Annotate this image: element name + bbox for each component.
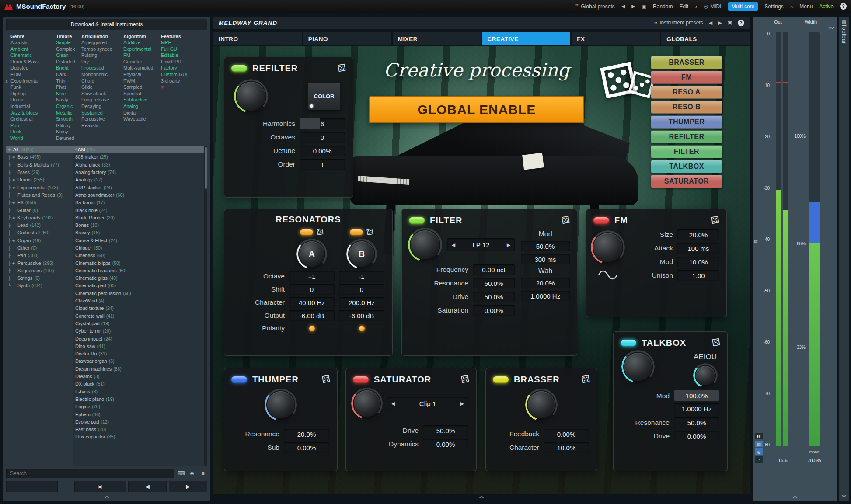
param-value[interactable]: 0.00%	[423, 439, 468, 449]
category-item[interactable]: All (3825)	[6, 146, 73, 153]
preset-folder-item[interactable]: Chipper (30)	[73, 244, 204, 251]
filter-tag[interactable]: Wavetable	[123, 116, 161, 122]
resonator-b-enable-led[interactable]	[350, 229, 363, 235]
sine-wave-icon[interactable]	[598, 270, 618, 280]
random-preset-button[interactable]	[74, 481, 126, 492]
filter-tag[interactable]: Metallic	[56, 110, 81, 116]
filter-tag[interactable]: Experimental	[123, 46, 161, 52]
tab[interactable]: FX	[572, 32, 660, 45]
category-item[interactable]: Experimental (173)	[6, 184, 73, 191]
talkbox-randomize-dice-icon[interactable]	[711, 337, 721, 349]
preset-folder-item[interactable]: Cyber terror (20)	[73, 327, 204, 335]
resonator-a-knob[interactable]: A	[299, 241, 324, 267]
main-resize-handle[interactable]	[213, 494, 750, 501]
preset-folder-item[interactable]: Ephem (46)	[73, 410, 204, 418]
filter-tag[interactable]: Glide	[81, 84, 123, 90]
filter-tag[interactable]: Digital	[123, 110, 161, 116]
resonator-b-value[interactable]: -1	[339, 271, 384, 282]
preset-folder-item[interactable]: Cinematic blipps (50)	[73, 259, 204, 267]
filter-tag[interactable]: Full GUI	[161, 46, 190, 52]
param-value[interactable]: 50.0%	[473, 278, 515, 288]
tab[interactable]: INTRO	[213, 32, 302, 45]
preset-folder-item[interactable]: Brassy (18)	[73, 229, 204, 236]
aeiou-knob[interactable]	[696, 366, 715, 385]
category-item[interactable]: Synth (634)	[6, 282, 73, 289]
browser-next-button[interactable]	[169, 481, 207, 492]
preset-folder-item[interactable]: Electric piano (19)	[73, 395, 204, 403]
filter-tag[interactable]: Pop	[10, 122, 56, 129]
param-value[interactable]: 0.00%	[544, 429, 589, 439]
filter-tag[interactable]: Low CPU	[161, 59, 190, 65]
filter-tag[interactable]: Sampled	[123, 84, 161, 90]
filter-type-selector[interactable]: LP 12	[447, 238, 515, 251]
filter-knob[interactable]	[411, 230, 439, 259]
filter-tag[interactable]: Glitchy	[56, 122, 81, 129]
tab[interactable]: GLOBALS	[661, 32, 750, 45]
resonator-a-value[interactable]: 0	[289, 284, 335, 295]
filter-tag[interactable]: Pulsing	[81, 52, 123, 59]
thumper-enable-led[interactable]	[231, 376, 247, 383]
filter-tag[interactable]: Acoustic	[10, 39, 56, 46]
module-button[interactable]: REFILTER	[651, 130, 722, 143]
preset-folder-item[interactable]: 808 maker (25)	[73, 153, 204, 161]
preset-folder-item[interactable]: Bones (10)	[73, 221, 204, 229]
expand-icon[interactable]	[12, 177, 17, 182]
param-value[interactable]: 100 ms	[677, 243, 719, 254]
filter-tag[interactable]: Thin	[56, 78, 81, 84]
module-button[interactable]: BRASSER	[651, 56, 722, 69]
expand-icon[interactable]	[12, 155, 17, 159]
tab[interactable]: PIANO	[303, 32, 391, 45]
resonator-a-value[interactable]: -6.00 dB	[289, 310, 335, 321]
list-view-icon[interactable]	[199, 470, 207, 476]
filter-mod-depth[interactable]: 50.0%	[521, 241, 570, 251]
toolbar-label[interactable]: Toolbar	[841, 24, 847, 494]
filter-tag[interactable]: Dark	[56, 71, 81, 78]
param-value[interactable]: 0	[300, 132, 345, 143]
expand-icon[interactable]	[8, 147, 13, 152]
filter-tag[interactable]: Chord	[81, 78, 123, 84]
preset-folder-item[interactable]: Concrete wall (41)	[73, 312, 204, 320]
edit-button[interactable]: Edit	[679, 3, 688, 10]
module-button[interactable]: FILTER	[651, 145, 722, 158]
filter-tag[interactable]: Tempo synced	[81, 46, 123, 52]
preset-folder-item[interactable]: Cause & Effect (24)	[73, 236, 204, 244]
category-item[interactable]: FX (650)	[6, 199, 73, 206]
random-button[interactable]: Random	[653, 3, 673, 10]
category-item[interactable]: Organ (48)	[6, 236, 73, 244]
instrument-snapshot-icon[interactable]	[728, 20, 732, 26]
param-value[interactable]: 6	[300, 118, 345, 129]
filter-type-next-arrow[interactable]	[502, 242, 515, 248]
filter-tag[interactable]: Additive	[123, 39, 161, 46]
instrument-next-button[interactable]	[718, 20, 722, 26]
instrument-help-button[interactable]: ?	[738, 20, 744, 26]
param-value[interactable]: 0.00%	[674, 431, 719, 441]
preset-folder-item[interactable]: Cinematic percussion (60)	[73, 289, 204, 297]
clear-filter-icon[interactable]	[188, 470, 196, 476]
filter-wah-rate[interactable]: 1.0000 Hz	[521, 291, 570, 301]
param-value[interactable]: 20.0%	[677, 229, 719, 240]
filter-tag[interactable]: Clean	[56, 52, 81, 59]
category-item[interactable]: Flutes and Reeds (0)	[6, 191, 73, 198]
resonator-a-dice-icon[interactable]	[316, 227, 324, 237]
preset-folder-item[interactable]: Atmo soundmaker (60)	[73, 191, 204, 198]
filter-tag[interactable]: Hiphop	[10, 90, 56, 97]
expand-icon[interactable]	[12, 200, 17, 205]
filter-tag[interactable]: Bright	[56, 65, 81, 71]
filter-tag[interactable]: House	[10, 97, 56, 103]
preset-folder-item[interactable]: Cinebass (60)	[73, 252, 204, 259]
resonator-b-polarity-led[interactable]	[359, 326, 365, 331]
filter-tag[interactable]: Noisy	[56, 129, 81, 135]
module-button[interactable]: FM	[651, 71, 722, 84]
expand-icon[interactable]	[12, 216, 17, 220]
category-item[interactable]: Keyboards (192)	[6, 214, 73, 221]
filter-randomize-dice-icon[interactable]	[561, 214, 571, 227]
saturator-knob[interactable]	[354, 390, 380, 417]
filter-tag[interactable]: FM	[123, 52, 161, 59]
settings-button[interactable]: Settings	[764, 3, 783, 10]
category-item[interactable]: Bells & Mallets (77)	[6, 161, 73, 168]
preset-folder-item[interactable]: Cloud texture (24)	[73, 305, 204, 312]
param-value[interactable]: 50.0%	[423, 425, 468, 436]
favorites-button[interactable]	[6, 481, 58, 492]
filter-tag[interactable]: Orchestral	[10, 116, 56, 122]
param-value[interactable]: 10.0%	[677, 257, 719, 267]
